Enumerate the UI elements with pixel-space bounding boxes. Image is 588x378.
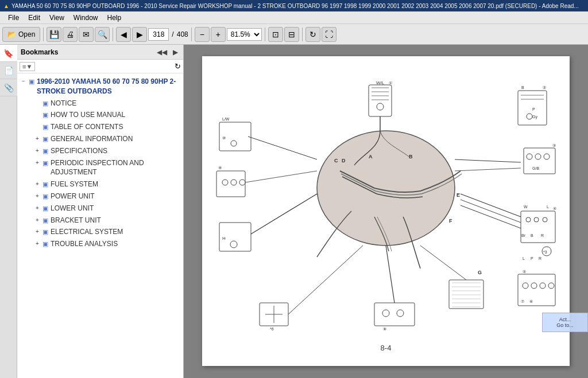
svg-point-63 [382,310,389,317]
zoom-in-button[interactable]: + [211,27,226,42]
bookmark-trouble-text: TROUBLE ANALYSIS [51,239,181,249]
bookmark-electrical[interactable]: + ▣ ELECTRICAL SYSTEM [17,226,183,238]
bookmarks-options-btn[interactable]: ▶ [171,48,180,56]
svg-point-64 [397,310,404,317]
menu-help[interactable]: Help [103,11,126,24]
bookmark-fuel[interactable]: + ▣ FUEL SYSTEM [17,178,183,190]
watermark-line2: Go to... [546,322,584,328]
print-button[interactable]: 🖨 [63,27,78,42]
svg-point-41 [540,283,546,289]
svg-rect-23 [521,211,555,243]
menu-file[interactable]: File [3,11,24,24]
bookmark-icon-specs: ▣ [41,147,49,155]
svg-point-40 [531,283,537,289]
title-bar: ▲ YAMAHA 50 60 70 75 80 90HP OUTBOARD 19… [0,0,588,11]
bookmark-power[interactable]: + ▣ POWER UNIT [17,190,183,202]
pages-panel-btn[interactable]: 📄 [0,62,17,79]
svg-rect-17 [524,148,555,174]
bookmarks-panel: Bookmarks ◀◀ ▶ ≡▼ ↻ − ▣ 1996-2010 YAMAHA… [17,45,184,378]
save-button[interactable]: 💾 [47,27,61,42]
page-input[interactable] [148,28,169,41]
svg-point-53 [239,180,245,185]
bookmark-toc[interactable]: ▣ TABLE OF CONTENTS [17,121,183,133]
title-bar-text: YAMAHA 50 60 70 75 80 90HP OUTBOARD 1996… [11,3,579,9]
bookmark-icon-power: ▣ [41,192,49,201]
bookmark-notice[interactable]: ▣ NOTICE [17,98,183,110]
svg-text:①: ① [389,81,392,85]
bookmark-main-title[interactable]: − ▣ 1996-2010 YAMAHA 50 60 70 75 80 90HP… [17,76,183,98]
rotate-button[interactable]: ↻ [305,27,320,42]
bookmark-icon-notice: ▣ [41,99,49,108]
bookmarks-toolbar: ≡▼ ↻ [17,60,183,73]
bookmark-notice-text: NOTICE [51,99,181,108]
svg-text:⑧: ⑧ [383,327,386,331]
svg-text:④: ④ [553,206,556,211]
svg-point-20 [544,154,550,159]
bookmark-toc-text: TABLE OF CONTENTS [51,122,181,132]
svg-text:F: F [449,218,452,224]
expand-icon-trouble: + [33,240,41,248]
svg-text:⑦: ⑦ [521,299,524,303]
bookmarks-refresh-btn[interactable]: ↻ [175,62,181,71]
svg-text:W: W [524,205,528,209]
svg-text:L: L [547,205,549,209]
svg-text:⑨: ⑨ [218,166,222,170]
menu-edit[interactable]: Edit [24,11,45,24]
expand-icon-periodic: + [33,159,41,167]
bookmark-bracket[interactable]: + ▣ BRACKET UNIT [17,215,183,227]
expand-icon-fuel: + [33,180,41,188]
expand-icon-lower: + [33,204,41,212]
svg-rect-62 [374,303,415,326]
svg-text:L: L [523,256,525,260]
svg-point-57 [230,241,237,248]
zoom-select[interactable]: 81.5% 50% 75% 100% 125% 150% [227,28,262,41]
menu-window[interactable]: Window [69,11,103,24]
svg-point-0 [317,131,455,245]
bookmark-icon-general: ▣ [41,135,49,143]
bookmark-periodic-text: PERIODIC INSPECTION AND ADJUSTMENT [51,158,181,178]
bookmark-periodic[interactable]: + ▣ PERIODIC INSPECTION AND ADJUSTMENT [17,157,183,179]
svg-point-24 [526,217,531,222]
bookmark-general-info[interactable]: + ▣ GENERAL INFORMATION [17,133,183,145]
email-button[interactable]: ✉ [79,27,94,42]
svg-point-39 [523,283,528,289]
toolbar: 📂 Open 💾 🖨 ✉ 🔍 ◀ ▶ / 408 − + 81.5% 50% 7… [0,24,588,45]
expand-icon-power: + [33,192,41,200]
left-panel: 🔖 📄 📎 [0,45,17,378]
fit-width-button[interactable]: ⊟ [284,27,299,42]
prev-page-button[interactable]: ◀ [116,27,131,42]
bookmarks-panel-btn[interactable]: 🔖 [0,45,17,62]
next-page-button[interactable]: ▶ [132,27,147,42]
page-content: W/L ① B ② P Gy G/B [202,56,570,366]
expand-icon-electrical: + [33,228,41,236]
bookmarks-title: Bookmarks [21,48,58,56]
page-total: 408 [177,30,188,38]
fullscreen-button[interactable]: ⛶ [322,27,336,42]
bookmark-trouble[interactable]: + ▣ TROUBLE ANALYSIS [17,238,183,250]
svg-text:E: E [457,192,460,198]
expand-icon-specs: + [33,147,41,155]
bookmark-specs[interactable]: + ▣ SPECIFICATIONS [17,145,183,157]
search-button[interactable]: 🔍 [95,27,110,42]
svg-text:⑥: ⑥ [529,299,533,303]
svg-text:L/W: L/W [222,117,230,121]
svg-text:②: ② [543,85,546,89]
separator-3 [191,28,192,41]
open-folder-icon: 📂 [7,30,16,38]
document-area[interactable]: W/L ① B ② P Gy G/B [184,45,588,378]
menu-view[interactable]: View [45,11,69,24]
svg-text:*6: *6 [270,327,274,331]
svg-text:⑤: ⑤ [523,270,526,274]
svg-text:R: R [539,256,541,260]
open-button[interactable]: 📂 Open [2,27,40,42]
svg-text:Gy: Gy [532,115,537,119]
zoom-out-button[interactable]: − [195,27,210,42]
bookmark-icon-bracket: ▣ [41,216,49,225]
bookmarks-list-view-btn[interactable]: ≡▼ [20,62,35,71]
bookmark-how-to-use[interactable]: ▣ HOW TO USE MANUAL [17,109,183,121]
fit-page-button[interactable]: ⊡ [268,27,283,42]
bookmark-lower[interactable]: + ▣ LOWER UNIT [17,202,183,215]
svg-point-49 [231,141,237,146]
bookmarks-collapse-btn[interactable]: ◀◀ [155,48,169,56]
attachments-panel-btn[interactable]: 📎 [0,79,17,96]
